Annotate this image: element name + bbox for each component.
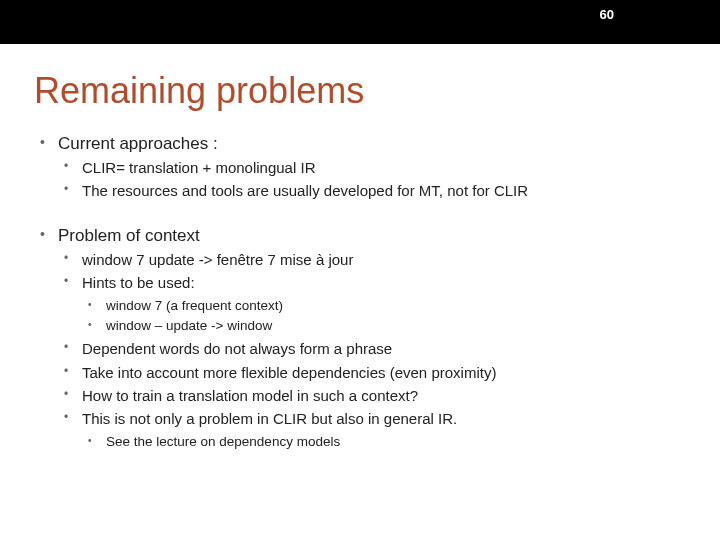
bullet-lvl2: Hints to be used: window 7 (a frequent c…	[58, 273, 686, 336]
bullet-text: Current approaches :	[58, 134, 218, 153]
bullet-lvl2: CLIR= translation + monolingual IR	[58, 158, 686, 178]
top-bar: 60	[0, 0, 720, 44]
bullet-sublist: window 7 update -> fenêtre 7 mise à jour…	[58, 250, 686, 452]
bullet-lvl1: Problem of context window 7 update -> fe…	[34, 226, 686, 452]
bullet-lvl2: Take into account more flexible dependen…	[58, 363, 686, 383]
bullet-list: Problem of context window 7 update -> fe…	[34, 226, 686, 452]
bullet-sublist: See the lecture on dependency models	[82, 433, 686, 451]
bullet-text: Hints to be used:	[82, 274, 195, 291]
slide-content: Remaining problems Current approaches : …	[0, 44, 720, 452]
bullet-lvl3: See the lecture on dependency models	[82, 433, 686, 451]
bullet-sublist: window 7 (a frequent context) window – u…	[82, 297, 686, 335]
bullet-lvl2: This is not only a problem in CLIR but a…	[58, 409, 686, 451]
bullet-lvl2: window 7 update -> fenêtre 7 mise à jour	[58, 250, 686, 270]
bullet-lvl2: The resources and tools are usually deve…	[58, 181, 686, 201]
bullet-lvl1: Current approaches : CLIR= translation +…	[34, 134, 686, 202]
bullet-lvl2: How to train a translation model in such…	[58, 386, 686, 406]
bullet-lvl2: Dependent words do not always form a phr…	[58, 339, 686, 359]
bullet-sublist: CLIR= translation + monolingual IR The r…	[58, 158, 686, 202]
slide-title: Remaining problems	[34, 70, 686, 112]
bullet-lvl3: window – update -> window	[82, 317, 686, 335]
bullet-text: This is not only a problem in CLIR but a…	[82, 410, 457, 427]
page-number: 60	[600, 7, 614, 22]
bullet-text: Problem of context	[58, 226, 200, 245]
bullet-list: Current approaches : CLIR= translation +…	[34, 134, 686, 202]
bullet-lvl3: window 7 (a frequent context)	[82, 297, 686, 315]
